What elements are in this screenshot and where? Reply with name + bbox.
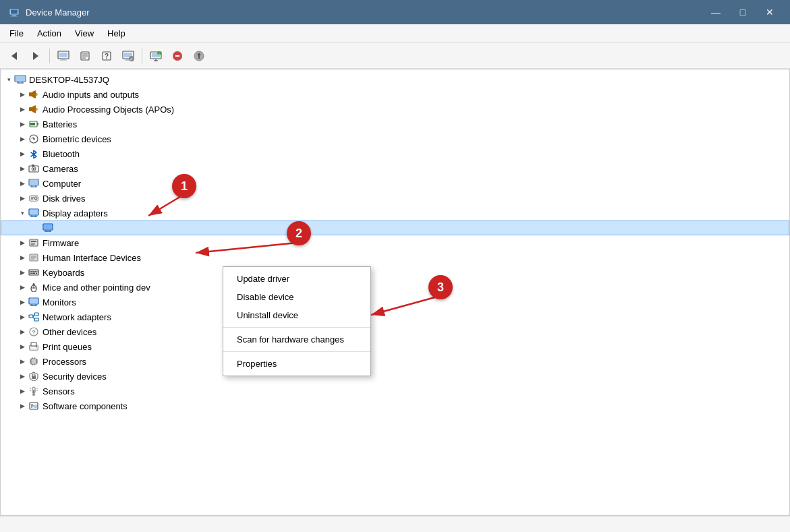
tree-monitors-label: Monitors <box>43 297 76 307</box>
toggle-sensors[interactable]: ▶ <box>17 386 28 396</box>
tree-item-batteries[interactable]: ▶ Batteries <box>1 117 789 131</box>
toggle-processors[interactable]: ▶ <box>17 356 28 367</box>
toggle-biometric[interactable]: ▶ <box>17 134 28 144</box>
menu-bar: File Action View Help <box>0 24 790 43</box>
svg-text:✓: ✓ <box>130 57 134 61</box>
add-legacy-button[interactable] <box>167 47 188 65</box>
tree-item-computer[interactable]: ▶ Computer <box>1 176 789 191</box>
toggle-cameras[interactable]: ▶ <box>17 163 28 174</box>
icon-apo <box>28 104 40 115</box>
icon-keyboards <box>28 267 40 278</box>
minimize-button[interactable]: — <box>704 3 728 22</box>
tree-item-apo[interactable]: ▶ Audio Processing Objects (APOs) <box>1 102 789 117</box>
svg-rect-70 <box>30 210 38 214</box>
tree-item-audio[interactable]: ▶ Audio inputs and outputs <box>1 87 789 102</box>
tree-item-diskdrives[interactable]: ▶ Disk drives <box>1 191 789 206</box>
svg-rect-11 <box>59 53 67 57</box>
hidden-devices-button[interactable]: ✓ <box>118 47 138 65</box>
help-button[interactable]: ? <box>96 47 117 65</box>
tree-item-network[interactable]: ▶ Network adapters <box>1 309 789 324</box>
menu-help[interactable]: Help <box>101 26 132 41</box>
toggle-diskdrives[interactable]: ▶ <box>17 193 28 204</box>
toggle-monitors[interactable]: ▶ <box>17 297 28 307</box>
tree-item-bluetooth[interactable]: ▶ Bluetooth <box>1 146 789 161</box>
tree-item-displayadapters[interactable]: ▾ Display adapters <box>1 206 789 220</box>
device-tree[interactable]: ▾ DESKTOP-4L537JQ ▶ <box>1 69 789 515</box>
toggle-mice[interactable]: ▶ <box>17 282 28 293</box>
svg-rect-42 <box>29 92 32 96</box>
icon-monitors <box>28 297 40 307</box>
device-manager-button[interactable] <box>53 47 74 65</box>
icon-processors <box>28 356 40 367</box>
tree-item-displayitem[interactable] <box>1 220 789 235</box>
toggle-printqueues[interactable]: ▶ <box>17 341 28 352</box>
toggle-keyboards[interactable]: ▶ <box>17 267 28 278</box>
svg-rect-12 <box>61 59 65 60</box>
svg-text:+: + <box>158 52 161 56</box>
svg-rect-45 <box>30 123 35 125</box>
svg-rect-80 <box>31 241 36 242</box>
svg-point-48 <box>33 138 34 140</box>
tree-item-printqueues[interactable]: ▶ Print queues <box>1 339 789 354</box>
tree-printqueues-label: Print queues <box>43 342 92 352</box>
toggle-apo[interactable]: ▶ <box>17 104 28 115</box>
toggle-hid[interactable]: ▶ <box>17 252 28 263</box>
toggle-bluetooth[interactable]: ▶ <box>17 148 28 159</box>
svg-marker-8 <box>11 52 17 60</box>
toggle-network[interactable]: ▶ <box>17 312 28 322</box>
toggle-computer[interactable]: ▶ <box>17 178 28 189</box>
menu-action[interactable]: Action <box>30 26 68 41</box>
scan-button[interactable]: + <box>146 47 166 65</box>
tree-item-mice[interactable]: ▶ Mice and other pointing dev <box>1 280 789 295</box>
tree-item-monitors[interactable]: ▶ Monitors <box>1 295 789 309</box>
tree-item-software[interactable]: ▶ Software components <box>1 398 789 413</box>
tree-item-other[interactable]: ▶ ? Other devices <box>1 324 789 339</box>
ctx-properties[interactable]: Properties <box>223 355 370 373</box>
maximize-button[interactable]: □ <box>731 3 755 22</box>
svg-rect-104 <box>29 315 33 318</box>
tree-sensors-label: Sensors <box>43 386 75 396</box>
icon-network <box>28 312 40 322</box>
icon-bluetooth <box>28 148 40 159</box>
svg-rect-81 <box>31 243 35 244</box>
toggle-audio[interactable]: ▶ <box>17 89 28 100</box>
toggle-root[interactable]: ▾ <box>3 74 14 85</box>
update-driver-button[interactable] <box>189 47 209 65</box>
svg-rect-43 <box>29 107 32 111</box>
toggle-security[interactable]: ▶ <box>17 371 28 382</box>
toggle-other[interactable]: ▶ <box>17 326 28 337</box>
tree-item-biometric[interactable]: ▶ Biometric devices <box>1 131 789 146</box>
tree-item-sensors[interactable]: ▶ Sensors <box>1 384 789 398</box>
tree-item-firmware[interactable]: ▶ Firmware <box>1 235 789 250</box>
menu-file[interactable]: File <box>3 26 30 41</box>
tree-item-root[interactable]: ▾ DESKTOP-4L537JQ <box>1 72 789 87</box>
svg-rect-140 <box>34 405 37 408</box>
toolbar-sep-1 <box>49 49 50 63</box>
svg-rect-100 <box>30 299 38 303</box>
ctx-scan-hardware[interactable]: Scan for hardware changes <box>223 330 370 349</box>
menu-view[interactable]: View <box>68 26 101 41</box>
forward-button[interactable] <box>26 47 46 65</box>
toggle-displayadapters[interactable]: ▾ <box>17 208 28 218</box>
tree-hid-label: Human Interface Devices <box>43 253 141 263</box>
ctx-uninstall-device[interactable]: Uninstall device <box>223 306 370 324</box>
svg-point-115 <box>36 346 37 347</box>
ctx-update-driver[interactable]: Update driver <box>223 270 370 288</box>
toggle-batteries[interactable]: ▶ <box>17 119 28 129</box>
tree-item-cameras[interactable]: ▶ Cameras <box>1 161 789 176</box>
tree-item-processors[interactable]: ▶ Processors <box>1 354 789 369</box>
svg-rect-105 <box>34 313 38 316</box>
svg-rect-38 <box>16 76 25 81</box>
toggle-firmware[interactable]: ▶ <box>17 237 28 248</box>
properties-list-button[interactable] <box>75 47 95 65</box>
ctx-disable-device[interactable]: Disable device <box>223 288 370 306</box>
back-button[interactable] <box>4 47 24 65</box>
toggle-software[interactable]: ▶ <box>17 401 28 411</box>
close-button[interactable]: ✕ <box>758 3 782 22</box>
tree-item-security[interactable]: ▶ Security devices <box>1 369 789 384</box>
svg-rect-13 <box>60 59 67 60</box>
svg-rect-93 <box>32 273 35 274</box>
tree-item-keyboards[interactable]: ▶ Keyboards <box>1 265 789 280</box>
tree-item-hid[interactable]: ▶ Human Interface Devices <box>1 250 789 265</box>
tree-keyboards-label: Keyboards <box>43 268 84 278</box>
